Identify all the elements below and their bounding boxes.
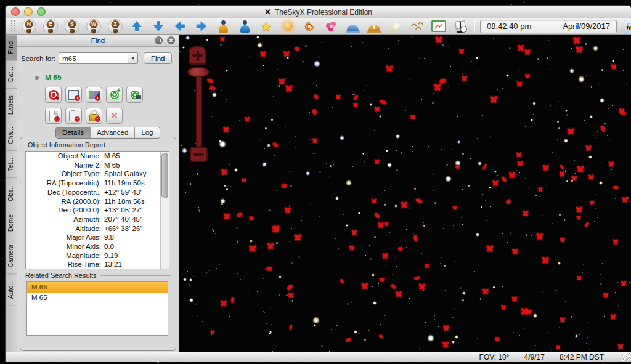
lock-object-button[interactable] (86, 108, 102, 124)
remove-x-icon: ✕ (110, 110, 118, 121)
presentation-button[interactable] (452, 18, 468, 34)
related-results-header: Related Search Results (25, 272, 171, 279)
scrollbar-thumb[interactable] (161, 153, 168, 198)
result-bullet-icon (35, 76, 39, 80)
pan-left-button[interactable] (172, 18, 188, 34)
nebula-button[interactable] (323, 18, 339, 34)
object-info-row: Azimuth:207° 40' 45" (26, 215, 161, 224)
remove-object-button[interactable]: ✕ (106, 108, 123, 124)
look-e-button[interactable]: E (43, 18, 59, 34)
object-info-row: Major Axis:9.8 (26, 233, 161, 242)
sidebar-tab-strip: FindDat...LabelsCha...Tel...Obs...DomeCa… (6, 35, 17, 352)
toolbar-drag-handle[interactable] (10, 20, 15, 33)
time-skip-frame-button[interactable] (622, 18, 631, 34)
galaxy-icon (303, 20, 316, 33)
window-minimize-button[interactable] (24, 7, 33, 16)
show-photo-button[interactable] (86, 87, 102, 103)
related-result-item[interactable]: M 65 (27, 293, 168, 303)
object-info-row: RA (2000.0):11h 18m 56s (26, 197, 161, 206)
window-close-button[interactable] (11, 7, 20, 16)
object-info-list[interactable]: Object Name:M 65Name 2:M 65Object Type:S… (25, 151, 169, 269)
observatory-dome-button[interactable] (366, 18, 382, 34)
compass-Z-sphere-icon: Z (108, 19, 123, 34)
status-bar: FOV: 10° 4/9/17 8:42 PM DST (6, 352, 631, 362)
search-row: Search for: m65 ▼ Find (21, 52, 172, 64)
search-result-row: M 65 (35, 73, 62, 82)
slew-frame-button[interactable] (65, 87, 82, 103)
info-scrollbar[interactable] (160, 152, 169, 269)
find-button[interactable]: Find (144, 52, 172, 64)
pan-up-button[interactable] (129, 18, 145, 34)
resize-grip[interactable] (622, 353, 630, 361)
green-target-plus-icon (110, 91, 119, 99)
sky-markers-layer (179, 35, 631, 352)
chart-zoom-slider (179, 35, 216, 171)
zoom-slider-track[interactable] (196, 76, 202, 147)
center-object-button[interactable] (45, 87, 62, 103)
chart-elements-button[interactable] (431, 18, 447, 34)
fuzzy-stars-layer (179, 35, 631, 352)
arrow-right-icon (197, 21, 207, 32)
sidebar-tab-tel[interactable]: Tel... (6, 152, 17, 178)
look-n-button[interactable]: N (21, 18, 37, 34)
window-zoom-button[interactable] (37, 7, 46, 16)
pan-right-button[interactable] (193, 18, 210, 34)
tab-log[interactable]: Log (135, 127, 159, 138)
galaxy-button[interactable] (301, 18, 317, 34)
time-date-display[interactable]: 08:42:40 pm April/09/2017 (480, 20, 617, 33)
observer-day-button[interactable] (215, 18, 231, 34)
satellites-button[interactable] (409, 18, 425, 34)
sidebar-tab-dat[interactable]: Dat... (6, 60, 17, 89)
window-title: TheSkyX Professional Edition (275, 8, 372, 17)
zoom-out-button[interactable] (190, 147, 208, 162)
observer-day-icon (218, 20, 229, 33)
sidebar-tab-obs[interactable]: Obs... (6, 178, 17, 208)
related-result-item[interactable]: M 65 (27, 282, 168, 293)
look-w-button[interactable]: W (86, 18, 102, 34)
object-info-row: RA (Topocentric):11h 19m 50s (26, 179, 161, 188)
chevron-down-icon[interactable]: ▼ (128, 53, 137, 63)
sidebar-tab-camera[interactable]: Camera (6, 238, 17, 274)
find-panel: Find ✕ Search for: m65 ▼ Find M 65 (17, 35, 179, 352)
sidebar-tab-dome[interactable]: Dome (6, 208, 17, 238)
observer-night-icon (239, 20, 251, 33)
search-combobox[interactable]: m65 ▼ (59, 52, 138, 64)
related-results-list[interactable]: M 65M 65 (26, 281, 168, 336)
compass-W-sphere-icon: W (86, 19, 101, 34)
clipboard-button[interactable] (65, 108, 82, 124)
tab-details[interactable]: Details (56, 127, 91, 138)
panel-close-button[interactable]: ✕ (167, 36, 175, 44)
object-info-row: Magnitude:9.19 (26, 251, 161, 261)
find-panel-header: Find ✕ (17, 35, 179, 47)
sidebar-tab-cha[interactable]: Cha... (6, 121, 17, 151)
camera-target-button[interactable] (126, 87, 143, 103)
add-target-button[interactable] (106, 87, 123, 103)
sidebar-tab-find[interactable]: Find (6, 35, 17, 60)
zoom-in-button[interactable] (189, 46, 206, 65)
comet-button[interactable] (388, 18, 404, 34)
tab-advanced[interactable]: Advanced (91, 127, 135, 138)
compass-S-sphere-icon: S (65, 19, 79, 34)
object-info-row: Name 2:M 65 (26, 161, 161, 170)
sidebar-tab-auto[interactable]: Auto... (6, 274, 17, 305)
sidebar-tab-labels[interactable]: Labels (6, 89, 17, 121)
copy-report-button[interactable] (45, 108, 62, 124)
sky-dome-button[interactable] (344, 18, 360, 34)
panel-undock-button[interactable] (155, 36, 163, 44)
sky-chart[interactable] (179, 35, 631, 352)
object-info-row: Dec (2000.0):+13° 05' 27" (26, 206, 161, 215)
bee-frame-icon (624, 20, 631, 33)
status-date: 4/9/17 (524, 353, 545, 362)
orange-dome-icon (368, 25, 380, 31)
title-bar: ✕TheSkyX Professional Edition (6, 6, 631, 18)
stars-button[interactable]: ★ (258, 18, 274, 34)
sun-button[interactable] (280, 18, 296, 34)
compass-button-group: NESWZ (21, 18, 123, 34)
observer-night-button[interactable] (237, 18, 253, 34)
pan-down-button[interactable] (150, 18, 166, 34)
star-icon: ★ (261, 20, 272, 33)
find-panel-title: Find (91, 37, 105, 44)
look-s-button[interactable]: S (64, 18, 80, 34)
look-z-button[interactable]: Z (107, 18, 123, 34)
result-object-name: M 65 (45, 73, 62, 82)
